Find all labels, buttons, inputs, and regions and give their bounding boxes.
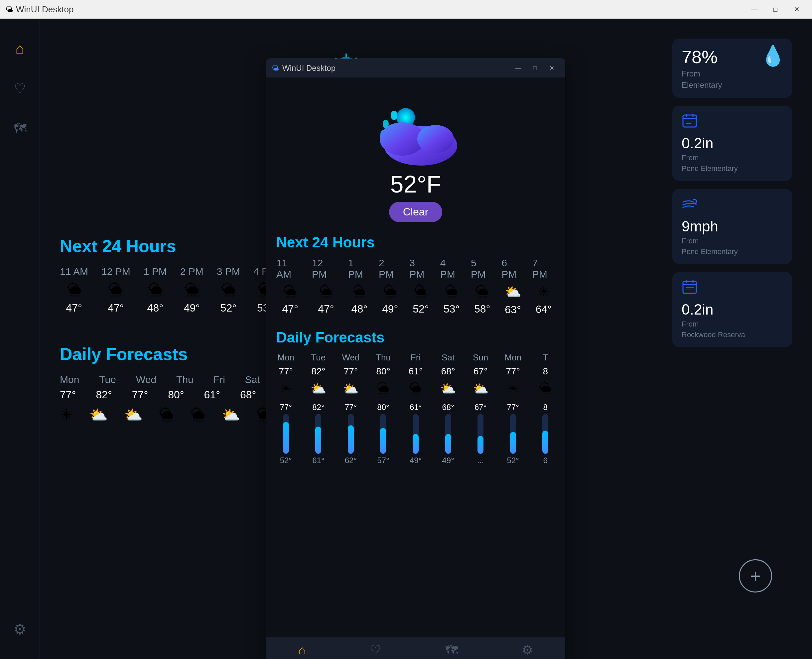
cloud-rain-icon: 🌦 [353,284,366,299]
popup-nav-favorites[interactable]: ♡ [360,639,391,659]
cloud-rain-icon: 🌦 [406,382,425,396]
cloud-sun-icon: ⛅ [505,284,521,300]
sidebar-item-home[interactable]: ⌂ [10,39,30,58]
svg-point-24 [391,111,397,120]
main-title-bar: 🌤 WinUI Desktop — □ ✕ [0,0,812,19]
app-title: WinUI Desktop [16,4,744,15]
wind-value: 9mph [682,218,783,235]
svg-point-29 [417,125,454,153]
wind-source: Pond Elementary [682,248,783,256]
humidity-from-label: From [682,69,783,79]
popup-content: 52°F Clear Next 24 Hours 11 AM 🌦 47° [266,77,565,637]
sidebar-item-map[interactable]: 🗺 [10,118,30,138]
list-item: 2 PM 🌦 49° [379,257,401,316]
popup-app-icon: 🌤 [272,64,279,73]
cloud-sun-icon: ⛅ [471,382,490,396]
cloud-sun-icon: ⛅ [309,382,328,396]
popup-bar-chart: 77° 52° 82° 61° [276,403,555,465]
precip2-value: 0.2in [682,301,783,318]
bar-item: 77° 52° [276,403,296,465]
popup-daily-section: Daily Forecasts Mon Tue Wed Thu Fri Sat … [276,329,555,465]
list-item: 12 PM 🌦 47° [312,257,340,316]
popup-weather-visual [276,94,555,167]
list-item: 1 PM 🌦 48° [348,257,371,316]
popup-day-icons: ☀ ⛅ ⛅ 🌦 🌦 ⛅ ⛅ ☀ 🌦 [276,382,555,396]
popup-day-names: Mon Tue Wed Thu Fri Sat Sun Mon T [276,352,555,363]
bar-item: 8 6 [536,403,555,465]
humidity-card: 💧 78% From Elementary [672,39,792,98]
list-item: 6 PM ⛅ 63° [501,257,524,316]
precipitation-icon [682,114,783,132]
popup-bottom-nav: ⌂ ♡ 🗺 ⚙ [266,637,565,659]
maximize-button[interactable]: □ [765,3,785,16]
list-item: 7 PM ☀ 64° [532,257,555,316]
app-icon: 🌤 [5,5,13,14]
list-item: 5 PM 🌦 58° [471,257,494,316]
popup-minimize-button[interactable]: — [511,62,527,74]
popup-next24-section: Next 24 Hours 11 AM 🌦 47° 12 PM 🌦 47° [276,234,555,316]
cloud-rain-icon: 🌦 [383,284,397,299]
popup-temperature: 52°F [276,170,555,198]
cloud-rain-icon: 🌦 [374,382,393,396]
bar-item: 61° 49° [406,403,425,465]
popup-title: WinUI Desktop [282,63,511,73]
list-item: 4 PM 🌦 53° [440,257,463,316]
popup-hourly-row: 11 AM 🌦 47° 12 PM 🌦 47° 1 PM 🌦 48 [276,257,555,316]
content-root: 52°F Clear Next 24 Hours 11 AM 🌦 47° 12 … [40,19,812,659]
popup-daily-title: Daily Forecasts [276,329,555,346]
cloud-rain-icon: 🌦 [414,284,427,299]
bar-item: 68° 49° [438,403,458,465]
popup-title-bar: 🌤 WinUI Desktop — □ ✕ [266,59,565,77]
wind-card: 9mph From Pond Elementary [672,189,792,264]
map-icon: 🗺 [445,643,458,657]
popup-window-controls: — □ ✕ [511,62,560,74]
popup-nav-home[interactable]: ⌂ [288,640,316,659]
sidebar: ⌂ ♡ 🗺 ⚙ [0,19,40,659]
close-button[interactable]: ✕ [787,3,807,16]
popup-close-button[interactable]: ✕ [544,62,560,74]
wind-icon [682,197,783,215]
wind-from-label: From [682,237,783,245]
main-window: ⌂ ♡ 🗺 ⚙ [0,19,812,659]
cloud-rain-icon: 🌦 [476,284,489,299]
cloud-rain-icon: 🌦 [109,281,123,298]
precip-source: Pond Elementary [682,164,783,173]
cloud-sun-icon: ⛅ [222,406,240,424]
precip-from-label: From [682,154,783,162]
add-location-button[interactable]: + [739,559,772,593]
water-drop-icon: 💧 [760,44,785,68]
precipitation2-icon [682,280,783,298]
heart-icon: ♡ [14,81,26,96]
cloud-rain-icon: 🌦 [319,284,333,299]
precip-value: 0.2in [682,135,783,151]
minimize-button[interactable]: — [744,3,764,16]
cloud-rain-icon: 🌦 [159,406,174,424]
list-item: 11 AM 🌦 47° [60,266,88,314]
sidebar-item-settings[interactable]: ⚙ [10,619,30,639]
sidebar-item-favorites[interactable]: ♡ [10,79,30,98]
list-item: 1 PM 🌦 48° [143,266,167,314]
popup-weather-svg [369,94,462,167]
map-icon: 🗺 [14,121,26,136]
popup-maximize-button[interactable]: □ [527,62,543,74]
list-item: 11 AM 🌦 47° [276,257,304,316]
bar-item: 82° 61° [309,403,328,465]
cloud-rain-icon: 🌦 [221,281,236,298]
heart-icon: ♡ [370,643,381,657]
cloud-rain-icon: 🌦 [445,284,458,299]
sun-icon: ☀ [538,284,550,299]
window-controls: — □ ✕ [744,3,807,16]
cloud-sun-icon: ⛅ [341,382,360,396]
cloud-rain-icon: 🌦 [184,281,199,298]
sun-icon: ☀ [60,406,73,424]
cloud-rain-icon: 🌦 [67,281,82,298]
stats-column: 💧 78% From Elementary [672,32,792,646]
popup-nav-map[interactable]: 🗺 [435,640,468,659]
precip2-from-label: From [682,320,783,328]
popup-condition-badge: Clear [389,202,442,222]
precipitation2-card: 0.2in From Rockwood Reserva [672,272,792,347]
precipitation-card: 0.2in From Pond Elementary [672,106,792,181]
popup-next24-title: Next 24 Hours [276,234,555,251]
popup-nav-settings[interactable]: ⚙ [512,639,543,659]
cloud-sun-icon: ⛅ [90,406,108,424]
